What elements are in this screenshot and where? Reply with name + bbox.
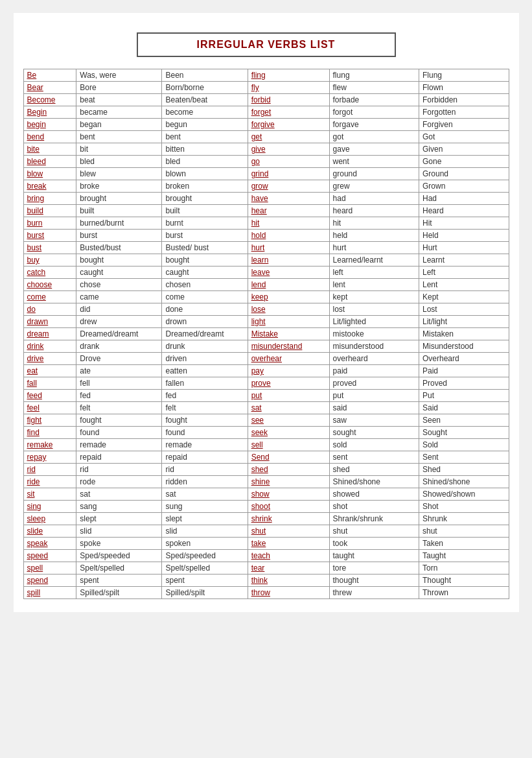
verb-base-right: pay [248, 365, 329, 377]
verb-past-right: flung [329, 69, 419, 82]
verb-pp-right: Showed/shown [419, 488, 509, 501]
verb-past-left: burned/burnt [76, 217, 162, 230]
verb-base-left: eat [23, 365, 76, 377]
verb-pp-left: broken [162, 180, 248, 193]
verb-pp-left: spent [162, 574, 248, 587]
verb-base-right: forbid [248, 94, 329, 106]
verb-past-right: showed [329, 488, 419, 501]
verb-pp-left: Been [162, 69, 248, 82]
verb-base-left: bite [23, 143, 76, 156]
verb-pp-right: Gone [419, 156, 509, 168]
table-row: buildbuiltbuilthearheardHeard [23, 205, 509, 217]
verb-past-left: bought [76, 254, 162, 266]
table-row: fallfellfallenproveprovedProved [23, 377, 509, 390]
verb-past-right: took [329, 538, 419, 550]
verb-pp-right: Hurt [419, 242, 509, 254]
verb-base-right: hold [248, 230, 329, 242]
verb-pp-left: remade [162, 439, 248, 451]
verb-base-right: see [248, 414, 329, 427]
table-row: eatateeattenpaypaidPaid [23, 365, 509, 377]
verb-past-right: shut [329, 525, 419, 538]
verb-base-right: light [248, 316, 329, 328]
verb-base-left: bleed [23, 156, 76, 168]
verb-pp-left: Dreamed/dreamt [162, 328, 248, 340]
verb-past-left: began [76, 119, 162, 131]
verb-pp-right: Forgotten [419, 106, 509, 119]
verb-base-left: Become [23, 94, 76, 106]
verb-pp-left: drown [162, 316, 248, 328]
verb-base-left: break [23, 180, 76, 193]
verb-past-left: ate [76, 365, 162, 377]
verb-pp-right: Shined/shone [419, 476, 509, 488]
verb-pp-right: Shed [419, 464, 509, 476]
verb-base-left: fall [23, 377, 76, 390]
table-row: beginbeganbegunforgiveforgaveForgiven [23, 119, 509, 131]
verb-pp-left: Busted/ bust [162, 242, 248, 254]
verb-pp-right: Given [419, 143, 509, 156]
verb-pp-right: Flown [419, 82, 509, 94]
verb-past-right: flew [329, 82, 419, 94]
verb-pp-left: eatten [162, 365, 248, 377]
verb-base-left: spill [23, 587, 76, 599]
page: IRREGULAR VERBS LIST BeWas, wereBeenflin… [14, 13, 519, 612]
verb-past-left: caught [76, 266, 162, 279]
verb-base-left: bend [23, 131, 76, 143]
table-row: feedfedfedputputPut [23, 390, 509, 402]
verb-base-right: think [248, 574, 329, 587]
verb-pp-right: Said [419, 402, 509, 414]
verb-base-right: shoot [248, 501, 329, 513]
verb-pp-right: Hit [419, 217, 509, 230]
verb-pp-right: Lit/light [419, 316, 509, 328]
verb-base-left: feel [23, 402, 76, 414]
verb-pp-left: Spelt/spelled [162, 562, 248, 574]
table-row: repayrepaidrepaidSendsentSent [23, 451, 509, 464]
verb-past-right: Shrank/shrunk [329, 513, 419, 525]
verb-base-right: leave [248, 266, 329, 279]
verb-pp-left: spoken [162, 538, 248, 550]
verb-past-left: built [76, 205, 162, 217]
verb-base-right: forgive [248, 119, 329, 131]
verb-base-left: drive [23, 353, 76, 365]
verb-past-right: left [329, 266, 419, 279]
verb-pp-right: Ground [419, 168, 509, 180]
table-row: burnburned/burntburnthithitHit [23, 217, 509, 230]
verb-base-left: Bear [23, 82, 76, 94]
table-row: BearBoreBorn/borneflyflewFlown [23, 82, 509, 94]
verb-past-right: gave [329, 143, 419, 156]
table-row: BeWas, wereBeenflingflungFlung [23, 69, 509, 82]
verb-base-right: forget [248, 106, 329, 119]
verb-pp-left: fallen [162, 377, 248, 390]
table-row: findfoundfoundseeksoughtSought [23, 427, 509, 439]
verb-pp-left: slept [162, 513, 248, 525]
verb-base-left: come [23, 291, 76, 303]
verb-pp-right: Proved [419, 377, 509, 390]
verb-past-right: said [329, 402, 419, 414]
verb-past-left: slid [76, 525, 162, 538]
verb-pp-left: Beaten/beat [162, 94, 248, 106]
verb-pp-left: burst [162, 230, 248, 242]
verb-base-left: fight [23, 414, 76, 427]
verb-past-left: remade [76, 439, 162, 451]
table-row: singsangsungshootshotShot [23, 501, 509, 513]
verb-past-left: Spelt/spelled [76, 562, 162, 574]
verb-past-left: blew [76, 168, 162, 180]
verb-base-left: spell [23, 562, 76, 574]
verb-pp-left: felt [162, 402, 248, 414]
verb-past-left: sat [76, 488, 162, 501]
verb-base-left: Be [23, 69, 76, 82]
verb-pp-left: brought [162, 193, 248, 205]
verb-base-left: sleep [23, 513, 76, 525]
verb-pp-left: come [162, 291, 248, 303]
verb-pp-left: Spilled/spilt [162, 587, 248, 599]
table-row: burstburstburstholdheldHeld [23, 230, 509, 242]
verb-past-right: hit [329, 217, 419, 230]
verb-pp-left: found [162, 427, 248, 439]
table-row: speakspokespokentaketookTaken [23, 538, 509, 550]
table-row: dreamDreamed/dreamtDreamed/dreamtMistake… [23, 328, 509, 340]
verb-base-right: Send [248, 451, 329, 464]
verb-pp-right: Sold [419, 439, 509, 451]
verb-base-right: shut [248, 525, 329, 538]
verb-past-left: Spilled/spilt [76, 587, 162, 599]
verb-base-right: show [248, 488, 329, 501]
verb-past-right: proved [329, 377, 419, 390]
